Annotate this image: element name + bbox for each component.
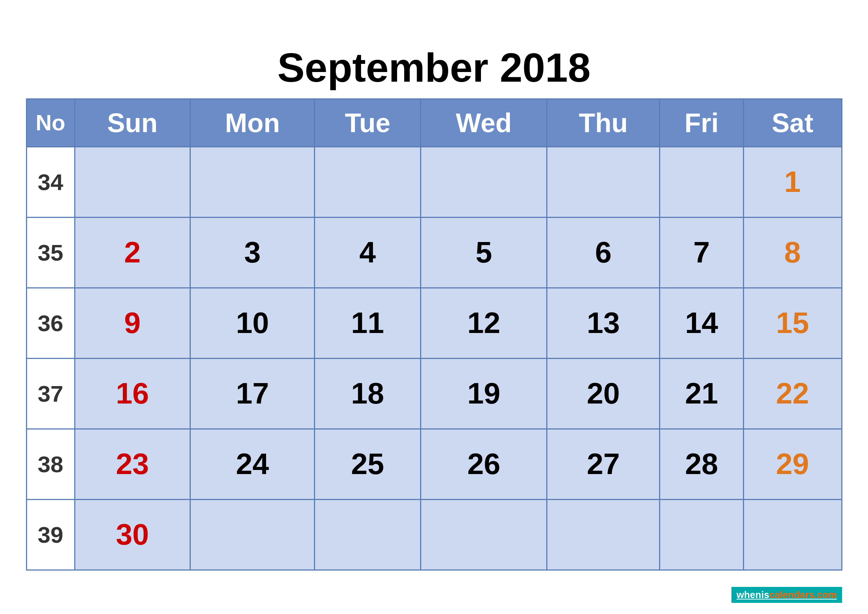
calendar-day: 16: [74, 358, 191, 429]
calendar-day: 24: [191, 429, 315, 499]
calendar-day: 7: [660, 217, 743, 288]
calendar-day: [547, 147, 660, 217]
calendar-day: [74, 147, 191, 217]
calendar-day: 11: [315, 288, 421, 358]
calendar-day: [420, 499, 547, 570]
week-number: 35: [26, 217, 74, 288]
calendar-day: [191, 147, 315, 217]
week-row-2: 352345678: [26, 217, 842, 288]
calendar-day: 5: [420, 217, 547, 288]
header-thu: Thu: [547, 99, 660, 147]
watermark: wheniscalendars.com: [732, 587, 842, 603]
calendar-day: [660, 499, 743, 570]
calendar-day: [315, 147, 421, 217]
week-row-4: 3716171819202122: [26, 358, 842, 429]
calendar-day: 3: [191, 217, 315, 288]
week-row-6: 3930: [26, 499, 842, 570]
calendar-day: 9: [74, 288, 191, 358]
calendar-day: 15: [743, 288, 842, 358]
calendar-day: 23: [74, 429, 191, 499]
header-fri: Fri: [660, 99, 743, 147]
calendar-title: September 2018: [26, 44, 842, 91]
header-row: No Sun Mon Tue Wed Thu Fri Sat: [26, 99, 842, 147]
week-row-3: 369101112131415: [26, 288, 842, 358]
header-mon: Mon: [191, 99, 315, 147]
calendar-day: 20: [547, 358, 660, 429]
calendar-day: 29: [743, 429, 842, 499]
calendar-day: 18: [315, 358, 421, 429]
week-number: 34: [26, 147, 74, 217]
week-number: 36: [26, 288, 74, 358]
calendar-day: [315, 499, 421, 570]
calendar-day: 2: [74, 217, 191, 288]
calendar-day: [547, 499, 660, 570]
calendar-day: 25: [315, 429, 421, 499]
calendar-day: 28: [660, 429, 743, 499]
calendar-day: 22: [743, 358, 842, 429]
week-row-5: 3823242526272829: [26, 429, 842, 499]
header-wed: Wed: [420, 99, 547, 147]
calendar-day: 6: [547, 217, 660, 288]
week-number: 37: [26, 358, 74, 429]
watermark-part1: whenis: [737, 589, 769, 600]
calendar-day: 8: [743, 217, 842, 288]
calendar-day: [660, 147, 743, 217]
calendar-day: 30: [74, 499, 191, 570]
calendar-day: 10: [191, 288, 315, 358]
calendar-day: 19: [420, 358, 547, 429]
calendar-day: 14: [660, 288, 743, 358]
calendar-day: 21: [660, 358, 743, 429]
calendar-day: [743, 499, 842, 570]
header-sat: Sat: [743, 99, 842, 147]
calendar-container: September 2018 No Sun Mon Tue Wed Thu Fr…: [26, 44, 842, 571]
calendar-day: 26: [420, 429, 547, 499]
watermark-part2: calendars.com: [769, 589, 837, 600]
calendar-day: 17: [191, 358, 315, 429]
calendar-table: No Sun Mon Tue Wed Thu Fri Sat 341352345…: [26, 98, 842, 571]
week-number: 38: [26, 429, 74, 499]
week-number: 39: [26, 499, 74, 570]
calendar-day: 1: [743, 147, 842, 217]
calendar-day: 12: [420, 288, 547, 358]
header-tue: Tue: [315, 99, 421, 147]
calendar-day: 4: [315, 217, 421, 288]
calendar-day: [191, 499, 315, 570]
week-row-1: 341: [26, 147, 842, 217]
calendar-day: 13: [547, 288, 660, 358]
header-no: No: [26, 99, 74, 147]
header-sun: Sun: [74, 99, 191, 147]
calendar-day: [420, 147, 547, 217]
calendar-day: 27: [547, 429, 660, 499]
